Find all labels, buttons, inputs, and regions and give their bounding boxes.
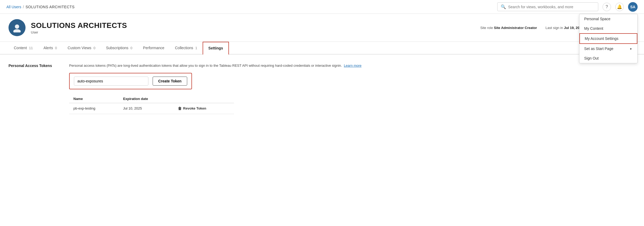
breadcrumb: All Users / SOLUTIONS ARCHITECTS [6,5,497,9]
user-avatar-button[interactable]: SA [628,2,638,12]
breadcrumb-current-page: SOLUTIONS ARCHITECTS [26,5,75,9]
svg-point-0 [15,24,19,29]
learn-more-link[interactable]: Learn more [344,64,361,68]
help-icon-button[interactable]: ? [603,3,611,11]
tab-custom-views[interactable]: Custom Views 0 [62,42,101,55]
token-table: Name Expiration date pb-exp-testing Jul … [69,95,234,114]
token-table-body: pb-exp-testing Jul 10, 2025 🗑 Revoke Tok… [69,103,234,114]
breadcrumb-separator: / [23,5,24,9]
pat-section: Personal Access Tokens Personal access t… [9,63,635,114]
token-form: Create Token [69,73,192,89]
notifications-icon-button[interactable]: 🔔 [615,3,624,11]
pat-description: Personal access tokens (PATs) are long-l… [69,63,635,69]
tab-settings[interactable]: Settings [203,42,229,55]
site-role: Site role Site Administrator Creator [480,26,537,30]
dropdown-item-my-account-settings[interactable]: My Account Settings [579,33,637,44]
create-token-button[interactable]: Create Token [153,77,187,86]
dropdown-item-personal-space[interactable]: Personal Space [579,14,637,24]
user-dropdown-menu: Personal Space My Content My Account Set… [579,14,638,63]
chevron-right-icon: ► [630,47,633,50]
table-row: pb-exp-testing Jul 10, 2025 🗑 Revoke Tok… [69,103,234,114]
token-expiration-cell: Jul 10, 2025 [119,103,174,114]
token-revoke-cell: 🗑 Revoke Token [174,103,234,114]
search-input[interactable] [508,5,595,9]
settings-content: Personal Access Tokens Personal access t… [0,55,644,123]
breadcrumb-all-users-link[interactable]: All Users [6,5,21,9]
tab-performance[interactable]: Performance [138,42,170,55]
tab-collections[interactable]: Collections 1 [170,42,203,55]
profile-name: SOLUTIONS ARCHITECTS [31,21,475,30]
dropdown-item-sign-out[interactable]: Sign Out [579,53,637,63]
token-name-input[interactable] [74,77,148,86]
revoke-token-button[interactable]: 🗑 Revoke Token [178,106,206,111]
svg-point-1 [13,29,21,32]
nav-icons: ? 🔔 SA Personal Space My Content My Acco… [603,2,638,12]
token-table-header: Name Expiration date [69,95,234,103]
tabs-bar: Content 11 Alerts 0 Custom Views 0 Subsc… [0,42,644,55]
token-name-cell: pb-exp-testing [69,103,119,114]
avatar [9,19,26,36]
pat-body: Personal access tokens (PATs) are long-l… [69,63,635,114]
search-bar[interactable]: 🔍 [497,2,598,11]
profile-role: User [31,30,475,34]
dropdown-item-set-start-page[interactable]: Set as Start Page ► [579,44,637,53]
tab-alerts[interactable]: Alerts 0 [38,42,62,55]
tab-subscriptions[interactable]: Subscriptions 0 [101,42,138,55]
profile-info: SOLUTIONS ARCHITECTS User [31,21,475,34]
col-expiration: Expiration date [119,95,174,103]
col-action [174,95,234,103]
col-name: Name [69,95,119,103]
trash-icon: 🗑 [178,106,182,111]
top-nav: All Users / SOLUTIONS ARCHITECTS 🔍 ? 🔔 S… [0,0,644,14]
tab-content[interactable]: Content 11 [9,42,38,55]
pat-section-label: Personal Access Tokens [9,63,56,114]
search-icon: 🔍 [501,4,506,9]
profile-header: SOLUTIONS ARCHITECTS User Site role Site… [0,14,644,42]
dropdown-item-my-content[interactable]: My Content [579,24,637,33]
